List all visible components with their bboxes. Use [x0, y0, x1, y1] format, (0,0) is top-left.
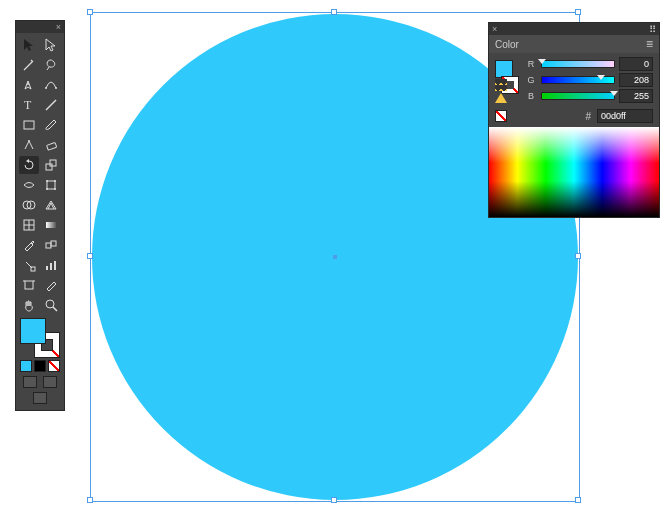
paintbrush-tool[interactable] [41, 116, 61, 134]
fill-swatch[interactable] [20, 318, 46, 344]
b-value-input[interactable] [619, 89, 653, 103]
scale-tool[interactable] [41, 156, 61, 174]
svg-rect-26 [54, 261, 56, 270]
mesh-tool[interactable] [19, 216, 39, 234]
svg-rect-10 [47, 181, 55, 189]
svg-point-11 [46, 180, 48, 182]
color-panel-title-row: Color ≡ [489, 35, 659, 53]
svg-point-6 [28, 140, 30, 142]
close-icon[interactable]: × [492, 24, 497, 34]
svg-point-2 [55, 87, 57, 89]
svg-text:T: T [24, 98, 32, 112]
svg-rect-7 [47, 142, 57, 150]
svg-point-0 [27, 83, 29, 85]
close-icon[interactable]: × [56, 22, 61, 32]
blend-tool[interactable] [41, 236, 61, 254]
free-transform-tool[interactable] [41, 176, 61, 194]
type-tool[interactable]: T [19, 96, 39, 114]
line-segment-tool[interactable] [41, 96, 61, 114]
rectangle-tool[interactable] [19, 116, 39, 134]
color-mode-none[interactable] [48, 360, 60, 372]
resize-handle-mid-right[interactable] [575, 253, 581, 259]
eraser-tool[interactable] [41, 136, 61, 154]
resize-handle-top-left[interactable] [87, 9, 93, 15]
b-channel-label: B [525, 91, 537, 101]
color-spectrum-picker[interactable] [489, 127, 659, 217]
resize-handle-bottom-left[interactable] [87, 497, 93, 503]
artboard-tool[interactable] [19, 276, 39, 294]
svg-rect-20 [46, 222, 56, 228]
svg-rect-21 [46, 243, 51, 248]
hex-input[interactable] [597, 109, 653, 123]
svg-point-13 [46, 188, 48, 190]
tools-panel: × T [15, 20, 65, 411]
draw-normal-mode[interactable] [23, 376, 37, 388]
hand-tool[interactable] [19, 296, 39, 314]
svg-point-12 [54, 180, 56, 182]
lasso-tool[interactable] [41, 56, 61, 74]
color-mode-gradient[interactable] [34, 360, 46, 372]
fill-stroke-swatch[interactable] [20, 318, 60, 358]
slice-tool[interactable] [41, 276, 61, 294]
perspective-grid-tool[interactable] [41, 196, 61, 214]
svg-rect-22 [51, 241, 56, 246]
screen-mode-button[interactable] [33, 392, 47, 404]
color-panel-tabbar: × ⠿ [489, 23, 659, 35]
g-channel-label: G [525, 75, 537, 85]
color-panel-title: Color [495, 39, 519, 50]
gradient-tool[interactable] [41, 216, 61, 234]
resize-handle-mid-left[interactable] [87, 253, 93, 259]
svg-point-14 [54, 188, 56, 190]
magic-wand-tool[interactable] [19, 56, 39, 74]
svg-point-30 [46, 300, 54, 308]
tools-panel-tabbar: × [16, 21, 64, 33]
zoom-tool[interactable] [41, 296, 61, 314]
color-mode-solid[interactable] [20, 360, 32, 372]
svg-point-1 [45, 87, 47, 89]
svg-rect-8 [46, 164, 52, 170]
eyedropper-tool[interactable] [19, 236, 39, 254]
b-slider[interactable] [541, 92, 615, 100]
resize-handle-bottom-right[interactable] [575, 497, 581, 503]
svg-line-31 [53, 307, 57, 311]
r-value-input[interactable] [619, 57, 653, 71]
panel-menu-icon[interactable]: ⠿ [649, 24, 656, 35]
svg-rect-5 [24, 121, 34, 129]
selection-center-point [333, 255, 337, 259]
resize-handle-top-mid[interactable] [331, 9, 337, 15]
color-panel: × ⠿ Color ≡ R G B # [488, 22, 660, 218]
panel-flyout-menu-icon[interactable]: ≡ [646, 37, 653, 51]
r-slider[interactable] [541, 60, 615, 68]
selection-tool[interactable] [19, 36, 39, 54]
svg-rect-27 [25, 281, 33, 289]
svg-rect-24 [46, 266, 48, 270]
column-graph-tool[interactable] [41, 256, 61, 274]
svg-rect-9 [50, 160, 56, 166]
direct-selection-tool[interactable] [41, 36, 61, 54]
resize-handle-bottom-mid[interactable] [331, 497, 337, 503]
g-value-input[interactable] [619, 73, 653, 87]
r-channel-label: R [525, 59, 537, 69]
tool-grid: T [16, 33, 64, 314]
none-swatch[interactable] [495, 110, 507, 122]
pen-tool[interactable] [19, 76, 39, 94]
svg-rect-25 [50, 263, 52, 270]
resize-handle-top-right[interactable] [575, 9, 581, 15]
svg-line-4 [46, 100, 56, 110]
rotate-tool[interactable] [19, 156, 39, 174]
shape-builder-tool[interactable] [19, 196, 39, 214]
symbol-sprayer-tool[interactable] [19, 256, 39, 274]
out-of-gamut-icon[interactable] [495, 79, 507, 91]
hex-hash-label: # [585, 111, 591, 122]
width-tool[interactable] [19, 176, 39, 194]
curvature-tool[interactable] [41, 76, 61, 94]
g-slider[interactable] [541, 76, 615, 84]
shaper-tool[interactable] [19, 136, 39, 154]
draw-behind-mode[interactable] [43, 376, 57, 388]
